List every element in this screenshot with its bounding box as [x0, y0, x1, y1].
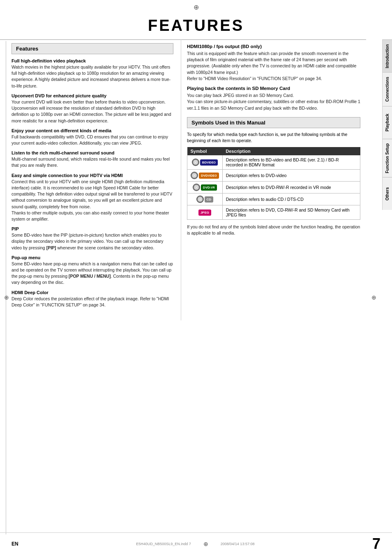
sidebar-tab-function-setup[interactable]: Function Setup — [383, 139, 392, 177]
symbols-footer: If you do not find any of the symbols li… — [187, 224, 360, 236]
bottom-en-label: EN — [12, 541, 18, 547]
symbol-cell-bd: BDVIDEO — [187, 155, 223, 170]
feature-surround: Listen to the rich multi-channel surroun… — [12, 150, 173, 168]
feature-deep-color-title: HDMI Deep Color — [12, 290, 173, 295]
symbol-desc-bd: Description refers to BD-video and BD-RE… — [222, 155, 360, 170]
right-hdmi-1080p-text: This unit is equipped with the feature w… — [187, 51, 360, 82]
feature-pip-title: PIP — [12, 226, 173, 231]
left-column: Features Full high-definition video play… — [0, 39, 181, 320]
crosshair-top: ⊕ — [0, 0, 392, 13]
jpeg-badge: JPEG — [198, 210, 211, 216]
symbols-col-symbol: Symbol — [187, 147, 223, 155]
bottom-bar: EN E5H40UD_NB500SL9_EN.indd 7 ⊕ 2008/04/… — [0, 532, 392, 555]
symbols-col-description: Description — [222, 147, 360, 155]
symbols-intro: To specify for which media type each fun… — [187, 131, 360, 144]
dvd-video-disc-icon — [191, 172, 198, 179]
feature-pip-text: Some BD-video have the PIP (picture-in-p… — [12, 232, 173, 251]
features-section-header: Features — [12, 43, 173, 54]
feature-hdmi-text: Connect this unit to your HDTV with one … — [12, 179, 173, 223]
page-wrapper: ⊕ FEATURES Features Full high-definition… — [0, 0, 392, 555]
symbol-row-dvd-vr: DVD-VR Description refers to DVD-RW/-R r… — [187, 182, 360, 193]
cd-badge: CD — [205, 196, 214, 203]
page-title: FEATURES — [0, 17, 392, 35]
symbol-cell-jpeg: JPEG — [187, 205, 223, 220]
right-sd-card: Playing back the contents in SD Memory C… — [187, 86, 360, 111]
feature-media-text: Full backwards compatibility with DVD, C… — [12, 134, 173, 146]
sidebar-tab-playback[interactable]: Playback — [383, 106, 392, 139]
sidebar-tabs: Introduction Connections Playback Functi… — [382, 39, 392, 210]
feature-hdmi-title: Easy and simple connection to your HDTV … — [12, 173, 173, 178]
left-crosshair-marker: ⊕ — [4, 294, 9, 301]
symbol-cell-dvd-video: DVDVIDEO — [187, 170, 223, 182]
feature-media-title: Enjoy your content on different kinds of… — [12, 128, 173, 133]
bd-badge: BDVIDEO — [200, 159, 218, 166]
dvd-vr-disc-icon — [193, 184, 200, 191]
dvd-video-badge: DVDVIDEO — [199, 173, 219, 179]
cd-symbol-wrapper: CD — [196, 196, 214, 203]
feature-hd-video-title: Full high-definition video playback — [12, 58, 173, 63]
sidebar-tab-others[interactable]: Others — [383, 177, 392, 210]
symbol-desc-cd: Description refers to audio CD / DTS-CD — [222, 193, 360, 205]
symbol-desc-jpeg: Description refers to DVD, CD-RW/-R and … — [222, 205, 360, 220]
feature-hdmi: Easy and simple connection to your HDTV … — [12, 173, 173, 223]
sidebar-tab-introduction[interactable]: Introduction — [383, 39, 392, 72]
symbol-row-cd: CD Description refers to audio CD / DTS-… — [187, 193, 360, 205]
right-column: HDMI1080p / fps output (BD only) This un… — [181, 39, 366, 320]
symbol-desc-dvd-video: Description refers to DVD-video — [222, 170, 360, 182]
right-hdmi-1080p-title: HDMI1080p / fps output (BD only) — [187, 44, 360, 49]
symbols-title: Symbols Used in this Manual — [191, 120, 356, 126]
feature-popup: Pop-up menu Some BD-video have pop-up me… — [12, 255, 173, 286]
bottom-file-info: E5H40UD_NB500SL9_EN.indd 7 — [136, 542, 191, 546]
bottom-crosshair: ⊕ — [203, 541, 208, 547]
svg-point-5 — [196, 187, 197, 188]
feature-pip: PIP Some BD-video have the PIP (picture-… — [12, 226, 173, 251]
feature-deep-color-text: Deep Color reduces the posterization eff… — [12, 296, 173, 308]
symbol-cell-dvd-vr: DVD-VR — [187, 182, 223, 193]
right-crosshair-marker: ⊕ — [371, 294, 376, 301]
bd-symbol-wrapper: BDVIDEO — [192, 159, 218, 166]
bottom-page-number: 7 — [372, 535, 380, 553]
features-title: Features — [16, 46, 169, 52]
svg-point-3 — [194, 175, 195, 176]
bd-disc-icon — [192, 159, 199, 166]
right-sd-card-title: Playing back the contents in SD Memory C… — [187, 86, 360, 91]
feature-hd-video-text: Watch movies in the highest picture qual… — [12, 64, 173, 89]
dvd-vr-badge: DVD-VR — [201, 184, 217, 191]
feature-surround-title: Listen to the rich multi-channel surroun… — [12, 150, 173, 155]
right-hdmi-1080p: HDMI1080p / fps output (BD only) This un… — [187, 44, 360, 82]
svg-point-7 — [199, 198, 201, 200]
svg-point-1 — [195, 161, 196, 163]
bottom-timestamp: 2008/04/14 13:57:08 — [221, 542, 255, 546]
feature-upconvert: Upconvert DVD for enhanced picture quali… — [12, 93, 173, 124]
cd-disc-icon — [196, 196, 204, 203]
feature-popup-text: Some BD-video have pop-up menu which is … — [12, 261, 173, 286]
symbol-desc-dvd-vr: Description refers to DVD-RW/-R recorded… — [222, 182, 360, 193]
sidebar-tab-connections[interactable]: Connections — [383, 72, 392, 106]
main-area: Features Full high-definition video play… — [0, 39, 392, 320]
feature-upconvert-text: Your current DVD will look even better t… — [12, 99, 173, 124]
dvd-video-symbol-wrapper: DVDVIDEO — [191, 172, 219, 179]
dvd-vr-symbol-wrapper: DVD-VR — [193, 184, 217, 191]
feature-deep-color: HDMI Deep Color Deep Color reduces the p… — [12, 290, 173, 308]
symbol-row-bd: BDVIDEO Description refers to BD-video a… — [187, 155, 360, 170]
symbols-section-header: Symbols Used in this Manual — [187, 117, 360, 128]
symbol-row-dvd-video: DVDVIDEO Description refers to DVD-video — [187, 170, 360, 182]
symbols-table: Symbol Description BDVIDEO — [187, 147, 360, 220]
feature-hd-video: Full high-definition video playback Watc… — [12, 58, 173, 89]
feature-media: Enjoy your content on different kinds of… — [12, 128, 173, 146]
symbol-row-jpeg: JPEG Description refers to DVD, CD-RW/-R… — [187, 205, 360, 220]
feature-surround-text: Multi-channel surround sound, which real… — [12, 156, 173, 168]
feature-popup-title: Pop-up menu — [12, 255, 173, 260]
right-sd-card-text: You can play back JPEG stored in an SD M… — [187, 92, 360, 111]
symbol-cell-cd: CD — [187, 193, 223, 205]
page-title-bar: FEATURES — [0, 13, 392, 39]
feature-upconvert-title: Upconvert DVD for enhanced picture quali… — [12, 93, 173, 98]
